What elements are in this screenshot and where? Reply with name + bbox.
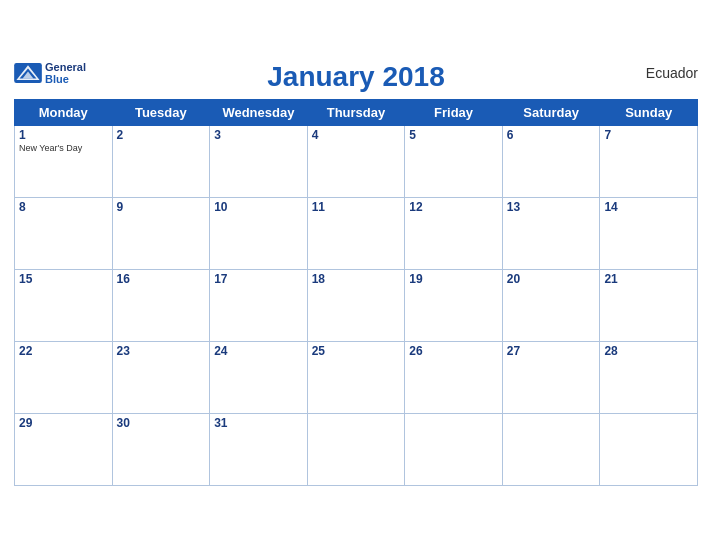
header-sunday: Sunday xyxy=(600,99,698,125)
header-thursday: Thursday xyxy=(307,99,405,125)
table-row: 27 xyxy=(502,341,600,413)
table-row: 16 xyxy=(112,269,210,341)
days-header-row: Monday Tuesday Wednesday Thursday Friday… xyxy=(15,99,698,125)
table-row: 28 xyxy=(600,341,698,413)
week-row-5: 293031 xyxy=(15,413,698,485)
day-number: 12 xyxy=(409,200,498,214)
day-number: 24 xyxy=(214,344,303,358)
calendar-wrapper: General Blue January 2018 Ecuador Monday… xyxy=(0,51,712,500)
table-row xyxy=(600,413,698,485)
day-number: 2 xyxy=(117,128,206,142)
day-number: 25 xyxy=(312,344,401,358)
table-row: 23 xyxy=(112,341,210,413)
day-number: 6 xyxy=(507,128,596,142)
day-number: 27 xyxy=(507,344,596,358)
table-row xyxy=(307,413,405,485)
day-number: 22 xyxy=(19,344,108,358)
table-row: 18 xyxy=(307,269,405,341)
table-row: 24 xyxy=(210,341,308,413)
day-number: 23 xyxy=(117,344,206,358)
table-row: 9 xyxy=(112,197,210,269)
table-row: 12 xyxy=(405,197,503,269)
calendar-table: Monday Tuesday Wednesday Thursday Friday… xyxy=(14,99,698,486)
header-friday: Friday xyxy=(405,99,503,125)
day-number: 7 xyxy=(604,128,693,142)
table-row: 10 xyxy=(210,197,308,269)
table-row: 26 xyxy=(405,341,503,413)
table-row xyxy=(502,413,600,485)
table-row: 11 xyxy=(307,197,405,269)
day-number: 20 xyxy=(507,272,596,286)
day-number: 19 xyxy=(409,272,498,286)
day-number: 30 xyxy=(117,416,206,430)
table-row: 30 xyxy=(112,413,210,485)
logo-text-blue: Blue xyxy=(45,73,86,85)
day-number: 10 xyxy=(214,200,303,214)
table-row: 19 xyxy=(405,269,503,341)
table-row: 4 xyxy=(307,125,405,197)
table-row: 15 xyxy=(15,269,113,341)
logo-area: General Blue xyxy=(14,61,86,85)
country-label: Ecuador xyxy=(646,65,698,81)
table-row: 17 xyxy=(210,269,308,341)
logo-text-general: General xyxy=(45,61,86,73)
table-row: 22 xyxy=(15,341,113,413)
holiday-label: New Year's Day xyxy=(19,143,108,153)
month-year-title: January 2018 xyxy=(267,61,444,93)
day-number: 17 xyxy=(214,272,303,286)
table-row: 29 xyxy=(15,413,113,485)
header-saturday: Saturday xyxy=(502,99,600,125)
day-number: 4 xyxy=(312,128,401,142)
day-number: 18 xyxy=(312,272,401,286)
header-tuesday: Tuesday xyxy=(112,99,210,125)
day-number: 21 xyxy=(604,272,693,286)
table-row: 5 xyxy=(405,125,503,197)
table-row: 7 xyxy=(600,125,698,197)
day-number: 3 xyxy=(214,128,303,142)
day-number: 28 xyxy=(604,344,693,358)
week-row-2: 891011121314 xyxy=(15,197,698,269)
table-row: 3 xyxy=(210,125,308,197)
general-blue-logo-icon xyxy=(14,63,42,83)
day-number: 26 xyxy=(409,344,498,358)
table-row: 2 xyxy=(112,125,210,197)
day-number: 9 xyxy=(117,200,206,214)
week-row-1: 1New Year's Day234567 xyxy=(15,125,698,197)
table-row: 20 xyxy=(502,269,600,341)
table-row: 13 xyxy=(502,197,600,269)
week-row-4: 22232425262728 xyxy=(15,341,698,413)
day-number: 29 xyxy=(19,416,108,430)
day-number: 16 xyxy=(117,272,206,286)
day-number: 14 xyxy=(604,200,693,214)
day-number: 1 xyxy=(19,128,108,142)
table-row: 6 xyxy=(502,125,600,197)
day-number: 15 xyxy=(19,272,108,286)
day-number: 13 xyxy=(507,200,596,214)
day-number: 31 xyxy=(214,416,303,430)
table-row: 1New Year's Day xyxy=(15,125,113,197)
table-row: 21 xyxy=(600,269,698,341)
week-row-3: 15161718192021 xyxy=(15,269,698,341)
header-monday: Monday xyxy=(15,99,113,125)
table-row xyxy=(405,413,503,485)
table-row: 25 xyxy=(307,341,405,413)
day-number: 11 xyxy=(312,200,401,214)
header-wednesday: Wednesday xyxy=(210,99,308,125)
table-row: 8 xyxy=(15,197,113,269)
day-number: 8 xyxy=(19,200,108,214)
table-row: 31 xyxy=(210,413,308,485)
calendar-header: General Blue January 2018 Ecuador xyxy=(14,61,698,93)
day-number: 5 xyxy=(409,128,498,142)
table-row: 14 xyxy=(600,197,698,269)
